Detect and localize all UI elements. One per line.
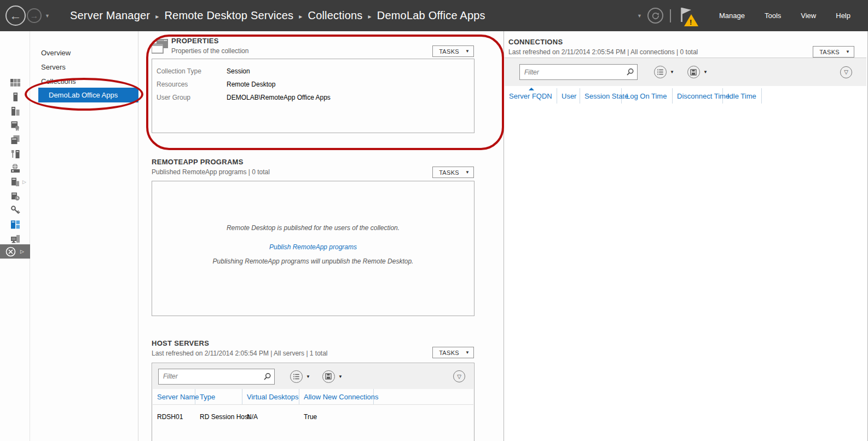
breadcrumb-collections[interactable]: Collections — [308, 9, 362, 22]
column-header-server-fqdn[interactable]: Server FQDN — [505, 88, 557, 104]
property-row: Resources Remote Desktop — [152, 78, 474, 91]
saved-queries-button[interactable] — [654, 66, 667, 78]
notification-flag-button[interactable]: ! — [679, 5, 701, 27]
menu-view[interactable]: View — [793, 7, 824, 24]
column-header-server-name[interactable]: Server Name — [153, 389, 195, 404]
server-monitor-icon[interactable] — [0, 232, 30, 245]
collapse-chevron-button[interactable]: ▽ — [453, 370, 465, 382]
server-globe-icon[interactable] — [0, 162, 30, 175]
expand-arrow-icon[interactable]: ▷ — [22, 179, 26, 185]
connections-filter-input[interactable] — [519, 64, 638, 80]
remoteapp-tasks-button[interactable]: TASKS ▼ — [432, 167, 474, 178]
connections-tasks-button[interactable]: TASKS ▼ — [813, 46, 854, 58]
host-servers-table-header: Server Name Type Virtual Desktops Allow … — [153, 389, 473, 405]
server-copy-icon[interactable] — [0, 133, 30, 146]
expand-arrow-icon[interactable]: ▷ — [20, 249, 24, 254]
forward-button[interactable]: → — [27, 8, 42, 23]
server-clock-icon[interactable] — [0, 190, 30, 203]
back-arrow-icon: ← — [10, 9, 22, 23]
collection-detail-pane: PROPERTIES Properties of the collection … — [138, 31, 504, 441]
nav-item-overview[interactable]: Overview — [41, 49, 71, 57]
breadcrumb-server-manager[interactable]: Server Manager — [70, 9, 150, 22]
back-button[interactable]: ← — [5, 5, 26, 26]
column-header-label: Server FQDN — [509, 92, 552, 100]
tasks-label: TASKS — [433, 169, 465, 176]
nav-selected-label: DemoLab Office Apps — [49, 91, 118, 99]
topbar-right-cluster: ▼ ! Manage Tools View Help — [637, 0, 868, 31]
notifications-chevron-down-icon[interactable]: ▼ — [637, 13, 642, 19]
remoteapp-header: REMOTEAPP PROGRAMS Published RemoteApp p… — [152, 158, 270, 176]
save-icon — [690, 69, 697, 76]
nav-item-servers[interactable]: Servers — [41, 63, 66, 71]
host-servers-header: HOST SERVERS Last refreshed on 2/11/2014… — [152, 339, 328, 357]
cell-server-name: RDSH01 — [153, 407, 195, 426]
keys-icon[interactable] — [0, 204, 30, 217]
column-header-user[interactable]: User — [557, 88, 580, 104]
property-value: Remote Desktop — [227, 81, 275, 88]
breadcrumb-demolab-office-apps[interactable]: DemoLab Office Apps — [377, 9, 485, 22]
topbar: ← → ▼ Server Manager ▸ Remote Desktop Se… — [0, 0, 868, 31]
menu-help[interactable]: Help — [828, 7, 858, 24]
menu-tools[interactable]: Tools — [757, 7, 789, 24]
column-header-allow-new-connections[interactable]: Allow New Connections — [299, 389, 374, 404]
server-certificate-icon[interactable] — [0, 119, 30, 132]
column-header-disconnect-time[interactable]: Disconnect Time — [673, 88, 723, 104]
warning-exclamation-icon: ! — [690, 18, 692, 26]
properties-title: PROPERTIES — [171, 37, 248, 45]
rds-session-circle-icon — [5, 247, 16, 257]
save-query-button[interactable] — [322, 370, 335, 383]
dropdown-caret-icon[interactable]: ▼ — [670, 70, 674, 75]
tasks-label: TASKS — [813, 49, 846, 55]
server-manager-window: ← → ▼ Server Manager ▸ Remote Desktop Se… — [0, 0, 868, 441]
tasks-label: TASKS — [433, 350, 465, 356]
menu-manage[interactable]: Manage — [711, 7, 753, 24]
column-header-idle-time[interactable]: Idle Time — [723, 88, 762, 104]
refresh-button[interactable] — [647, 8, 663, 24]
remote-desktop-services-icon[interactable] — [0, 218, 30, 231]
column-header-type[interactable]: Type — [195, 389, 242, 404]
search-icon[interactable] — [626, 68, 634, 76]
property-row: User Group DEMOLAB\RemoteApp Office Apps — [152, 91, 474, 104]
column-header-session-state[interactable]: Session State — [580, 88, 622, 104]
dashboard-icon[interactable] — [0, 76, 30, 89]
save-query-button[interactable] — [687, 66, 700, 78]
file-storage-server-icon[interactable]: ▷ — [0, 175, 30, 188]
remoteapp-message-top: Remote Desktop is published for the user… — [152, 224, 474, 232]
column-header-log-on-time[interactable]: Log On Time — [622, 88, 673, 104]
tasks-caret-icon: ▼ — [465, 170, 473, 175]
history-chevron-down-icon[interactable]: ▼ — [45, 13, 50, 19]
breadcrumb-separator-icon: ▸ — [299, 13, 302, 20]
publish-remoteapp-programs-link[interactable]: Publish RemoteApp programs — [152, 243, 474, 251]
dropdown-caret-icon[interactable]: ▼ — [306, 374, 310, 379]
role-icon-strip: ▷ ▷ — [0, 31, 30, 441]
nav-item-demolab-office-apps[interactable]: DemoLab Office Apps — [38, 88, 138, 102]
dropdown-caret-icon[interactable]: ▼ — [338, 374, 343, 379]
rds-nav-panel: Overview Servers Collections DemoLab Off… — [30, 31, 138, 441]
properties-tasks-button[interactable]: TASKS ▼ — [432, 45, 474, 57]
refresh-icon — [651, 12, 659, 20]
local-server-icon[interactable] — [0, 90, 30, 104]
connections-table: Server FQDN User Session State Log On Ti… — [505, 86, 866, 441]
host-servers-tasks-button[interactable]: TASKS ▼ — [432, 347, 474, 358]
tasks-caret-icon: ▼ — [465, 49, 473, 54]
host-server-row[interactable]: RDSH01 RD Session Host N/A True — [153, 407, 473, 426]
server-tools-icon[interactable] — [0, 147, 30, 161]
all-servers-icon[interactable] — [0, 105, 30, 118]
host-servers-filter-input[interactable] — [158, 369, 275, 385]
tasks-caret-icon: ▼ — [465, 350, 473, 355]
cell-virtual-desktops: N/A — [242, 407, 299, 426]
search-icon[interactable] — [263, 373, 271, 381]
dropdown-caret-icon[interactable]: ▼ — [703, 70, 708, 75]
tasks-label: TASKS — [433, 48, 465, 55]
breadcrumb-remote-desktop-services[interactable]: Remote Desktop Services — [164, 9, 293, 22]
connections-subtitle: Last refreshed on 2/11/2014 2:05:54 PM |… — [508, 48, 698, 56]
property-label: User Group — [152, 94, 227, 101]
properties-box: Collection Type Session Resources Remote… — [152, 59, 474, 133]
saved-queries-button[interactable] — [290, 370, 303, 383]
column-header-virtual-desktops[interactable]: Virtual Desktops — [242, 389, 299, 404]
nav-item-collections[interactable]: Collections — [41, 77, 76, 85]
property-value: DEMOLAB\RemoteApp Office Apps — [227, 94, 331, 101]
current-page-strip-item[interactable]: ▷ — [0, 244, 30, 259]
breadcrumb-separator-icon: ▸ — [155, 13, 159, 20]
collapse-chevron-button[interactable]: ▽ — [840, 66, 852, 78]
